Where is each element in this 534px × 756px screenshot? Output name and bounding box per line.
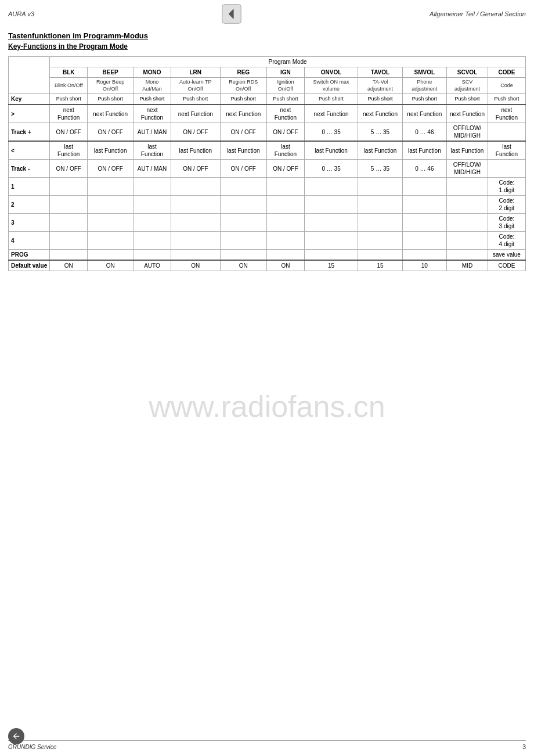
cell-5-7 [358,196,403,214]
cell-7-3 [171,232,221,250]
cell-2-4: last Function [220,141,266,160]
cell-0-9: next Function [447,105,488,123]
cell-0-7: next Function [358,105,403,123]
cell-4-6 [304,178,358,196]
cell-1-4: ON / OFF [220,123,266,142]
table-row: <last Functionlast Functionlast Function… [9,141,526,160]
row-label-6: 3 [9,214,50,232]
col-header-code: CODE [488,67,525,78]
footer-page: 3 [522,743,526,750]
back-arrow-icon [12,732,21,741]
cell-3-8: 0 … 46 [402,160,446,178]
col-header-reg: REG [220,67,266,78]
key-cell-7: Push short [304,94,358,105]
table-row: Track -ON / OFFON / OFFAUT / MANON / OFF… [9,160,526,178]
subheader-3: Mono Aut/Man [134,78,171,94]
cell-4-1 [88,178,134,196]
subheader-7: Switch ON max volume [304,78,358,94]
cell-0-1: next Function [88,105,134,123]
key-cell-11: Push short [488,94,525,105]
cell-2-8: last Function [402,141,446,160]
default-cell-6: 15 [304,260,358,271]
cell-8-7 [358,250,403,261]
cell-6-5 [266,214,304,232]
cell-3-5: ON / OFF [266,160,304,178]
row-label-0: > [9,105,50,123]
program-table: Program Mode BLKBEEPMONOLRNREGIGNONVOLTA… [8,56,526,271]
cell-7-9 [447,232,488,250]
cell-4-8 [402,178,446,196]
cell-3-1: ON / OFF [88,160,134,178]
cell-2-6: last Function [304,141,358,160]
cell-5-4 [220,196,266,214]
cell-5-5 [266,196,304,214]
cell-5-6 [304,196,358,214]
cell-2-1: last Function [88,141,134,160]
cell-3-7: 5 … 35 [358,160,403,178]
table-row: PROGsave value [9,250,526,261]
default-cell-1: ON [88,260,134,271]
col-header-onvol: ONVOL [304,67,358,78]
row-label-3: Track - [9,160,50,178]
cell-0-5: next Function [266,105,304,123]
cell-7-2 [134,232,171,250]
cell-3-4: ON / OFF [220,160,266,178]
cell-5-0 [50,196,88,214]
cell-7-0 [50,232,88,250]
cell-7-4 [220,232,266,250]
cell-6-1 [88,214,134,232]
cell-1-7: 5 … 35 [358,123,403,142]
cell-8-0 [50,250,88,261]
cell-0-2: next Function [134,105,171,123]
cell-2-3: last Function [171,141,221,160]
logo-text: AURA v3 [8,10,34,17]
key-cell-10: Push short [447,94,488,105]
cell-6-7 [358,214,403,232]
cell-7-6 [304,232,358,250]
cell-1-1: ON / OFF [88,123,134,142]
cell-7-1 [88,232,134,250]
page-footer: GRUNDIG Service 3 [8,740,526,750]
cell-4-9 [447,178,488,196]
row-label-4: 1 [9,178,50,196]
default-cell-4: ON [220,260,266,271]
col-header-ign: IGN [266,67,304,78]
cell-0-0: next Function [50,105,88,123]
default-value-row: Default valueONONAUTOONONON151510MIDCODE [9,260,526,271]
cell-4-3 [171,178,221,196]
cell-3-0: ON / OFF [50,160,88,178]
key-cell-8: Push short [358,94,403,105]
nav-icon[interactable] [221,3,242,24]
cell-3-2: AUT / MAN [134,160,171,178]
cell-2-10: last Function [488,141,525,160]
cell-8-1 [88,250,134,261]
cell-3-6: 0 … 35 [304,160,358,178]
back-button[interactable] [8,728,24,744]
cell-4-2 [134,178,171,196]
default-cell-3: ON [171,260,221,271]
cell-1-0: ON / OFF [50,123,88,142]
cell-5-3 [171,196,221,214]
cell-0-3: next Function [171,105,221,123]
display-col-header [9,57,50,94]
key-row: KeyPush shortPush shortPush shortPush sh… [9,94,526,105]
cell-2-7: last Function [358,141,403,160]
cell-6-6 [304,214,358,232]
cell-5-8 [402,196,446,214]
cell-2-2: last Function [134,141,171,160]
table-row: 2Code: 2.digit [9,196,526,214]
cell-8-10: save value [488,250,525,261]
cell-5-2 [134,196,171,214]
col-header-mono: MONO [134,67,171,78]
key-cell-1: Push short [50,94,88,105]
subheader-10: SCV adjustment [447,78,488,94]
cell-1-10 [488,123,525,142]
cell-8-8 [402,250,446,261]
default-cell-2: AUTO [134,260,171,271]
cell-8-3 [171,250,221,261]
subheader-1: Blink On/Off [50,78,88,94]
cell-2-0: last Function [50,141,88,160]
cell-1-3: ON / OFF [171,123,221,142]
cell-8-4 [220,250,266,261]
cell-4-7 [358,178,403,196]
